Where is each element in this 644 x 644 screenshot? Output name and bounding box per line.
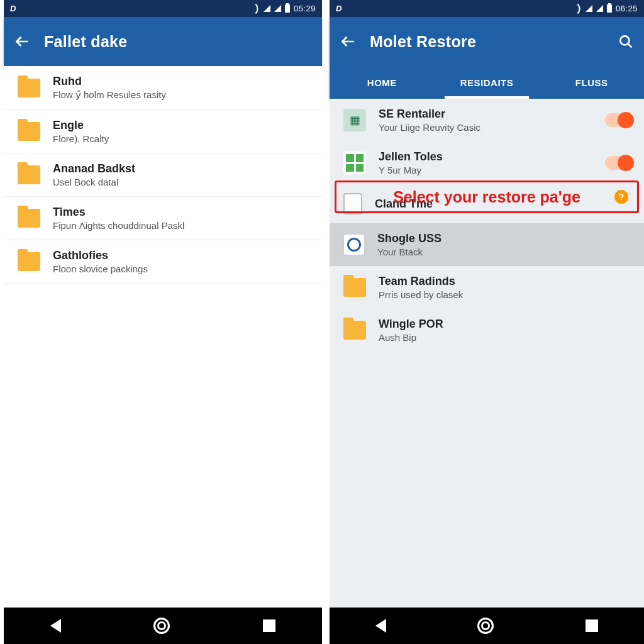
item-title: Wingle POR bbox=[379, 318, 633, 331]
list-item[interactable]: Cland Tme bbox=[330, 184, 644, 223]
back-icon[interactable] bbox=[14, 33, 30, 50]
item-subtitle: Flore), Rcalty bbox=[53, 133, 311, 144]
item-subtitle: Your Btack bbox=[377, 247, 633, 257]
item-title: Team Radinds bbox=[379, 275, 633, 288]
status-time: 05:29 bbox=[294, 4, 316, 13]
nav-back-icon[interactable] bbox=[375, 619, 386, 633]
tab-residaits[interactable]: RESIDAITS bbox=[435, 66, 540, 99]
toggle-switch[interactable] bbox=[605, 156, 633, 170]
navbar-left bbox=[4, 608, 322, 644]
nav-recent-icon[interactable] bbox=[263, 619, 275, 632]
restore-list: ▦SE RentailerYour Liige Reuvity CasicJel… bbox=[330, 99, 644, 608]
list-item[interactable]: Times Fipun Λights chouddinual Paskl bbox=[4, 197, 322, 240]
list-item[interactable]: Ruhd Flow ỹ holm Resules rasity bbox=[4, 66, 322, 110]
document-icon bbox=[343, 193, 362, 214]
folder-icon bbox=[343, 321, 366, 340]
list-item[interactable]: Shogle USSYour Btack bbox=[330, 223, 644, 266]
appbar-left: Fallet dake bbox=[4, 17, 322, 66]
signal-icon bbox=[586, 5, 592, 12]
globe-icon bbox=[343, 234, 365, 255]
item-title: Times bbox=[53, 206, 311, 219]
navbar-right bbox=[330, 608, 644, 644]
item-title: Cland Tme bbox=[375, 197, 633, 211]
item-subtitle: Usel Bock datal bbox=[53, 177, 311, 187]
folder-icon bbox=[18, 79, 40, 97]
folder-list: Ruhd Flow ỹ holm Resules rasity Engle Fl… bbox=[4, 66, 322, 608]
item-subtitle: Y 5ur May bbox=[379, 165, 592, 175]
folder-icon bbox=[18, 122, 40, 141]
statusbar-right: D 06:25 bbox=[330, 0, 644, 17]
wifi-icon bbox=[250, 3, 261, 14]
nav-back-icon[interactable] bbox=[50, 619, 61, 633]
app-icon bbox=[343, 152, 366, 174]
statusbar-left: D 05:29 bbox=[4, 0, 322, 17]
item-title: Gathlofies bbox=[53, 249, 311, 262]
wifi-icon bbox=[572, 3, 583, 14]
item-title: SE Rentailer bbox=[379, 108, 592, 121]
nav-home-icon[interactable] bbox=[153, 618, 170, 634]
appbar-right: Molet Restore bbox=[330, 17, 644, 66]
item-subtitle: Fipun Λights chouddinual Paskl bbox=[53, 220, 311, 231]
tab-bar: HOMERESIDAITSFLUSS bbox=[330, 66, 644, 99]
item-title: Ananad Badkst bbox=[53, 162, 311, 175]
screen-left: D 05:29 Fallet dake Ruhd Flow ỹ holm Res… bbox=[4, 0, 322, 644]
list-item[interactable]: Team RadindsPrris used by clasek bbox=[330, 266, 644, 309]
folder-icon bbox=[18, 165, 40, 184]
signal-icon-2 bbox=[596, 5, 603, 12]
svg-line-3 bbox=[628, 43, 631, 47]
folder-icon bbox=[343, 278, 366, 297]
page-title-left: Fallet dake bbox=[44, 33, 128, 51]
list-item[interactable]: Wingle PORAush Bip bbox=[330, 309, 644, 352]
item-subtitle: Your Liige Reuvity Casic bbox=[379, 122, 592, 133]
item-subtitle: Prris used by clasek bbox=[379, 289, 633, 300]
item-subtitle: Floon slovice packings bbox=[53, 264, 311, 274]
search-icon[interactable] bbox=[618, 33, 634, 50]
list-item[interactable]: Engle Flore), Rcalty bbox=[4, 110, 322, 153]
list-item[interactable]: Gathlofies Floon slovice packings bbox=[4, 240, 322, 284]
folder-icon bbox=[18, 209, 40, 228]
battery-icon bbox=[607, 4, 612, 13]
nav-home-icon[interactable] bbox=[477, 618, 494, 634]
item-title: Jellen Toles bbox=[379, 150, 592, 164]
status-indicator-icon: D bbox=[10, 4, 16, 13]
signal-icon bbox=[264, 5, 270, 12]
app-icon: ▦ bbox=[343, 109, 366, 131]
folder-icon bbox=[18, 252, 40, 271]
battery-icon bbox=[285, 4, 290, 13]
nav-recent-icon[interactable] bbox=[586, 619, 598, 632]
list-item[interactable]: Jellen TolesY 5ur May bbox=[330, 142, 644, 184]
item-title: Engle bbox=[53, 119, 311, 132]
list-item[interactable]: Ananad Badkst Usel Bock datal bbox=[4, 153, 322, 197]
item-title: Ruhd bbox=[53, 75, 311, 88]
tab-fluss[interactable]: FLUSS bbox=[539, 66, 644, 99]
screen-right: D 06:25 Molet Restore HOMERESIDAITSFLUSS… bbox=[330, 0, 644, 644]
item-title: Shogle USS bbox=[377, 232, 633, 245]
status-indicator-icon: D bbox=[336, 4, 342, 13]
item-subtitle: Flow ỹ holm Resules rasity bbox=[53, 89, 311, 101]
signal-icon-2 bbox=[274, 5, 281, 12]
toggle-switch[interactable] bbox=[605, 113, 633, 127]
page-title-right: Molet Restore bbox=[370, 33, 476, 51]
tab-home[interactable]: HOME bbox=[330, 66, 435, 99]
status-time: 06:25 bbox=[616, 4, 638, 13]
item-subtitle: Aush Bip bbox=[379, 332, 633, 343]
list-item[interactable]: ▦SE RentailerYour Liige Reuvity Casic bbox=[330, 99, 644, 142]
back-icon[interactable] bbox=[340, 33, 356, 50]
